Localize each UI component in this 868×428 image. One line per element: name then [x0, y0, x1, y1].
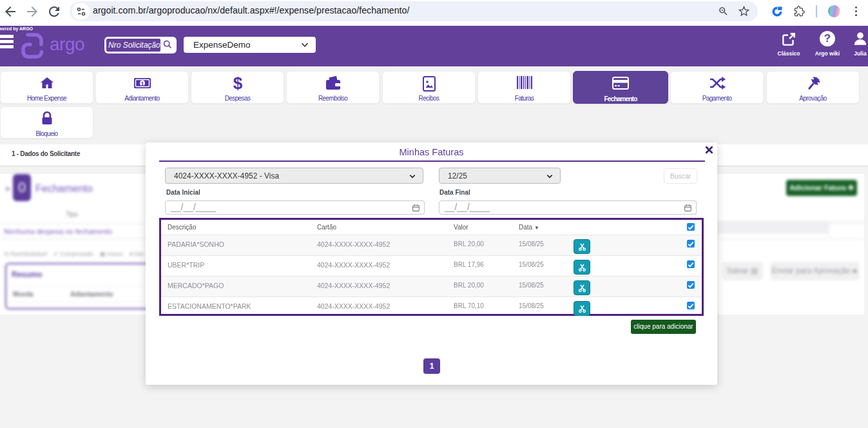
svg-text:$: $ [233, 75, 242, 92]
svg-text:1: 1 [140, 81, 144, 87]
